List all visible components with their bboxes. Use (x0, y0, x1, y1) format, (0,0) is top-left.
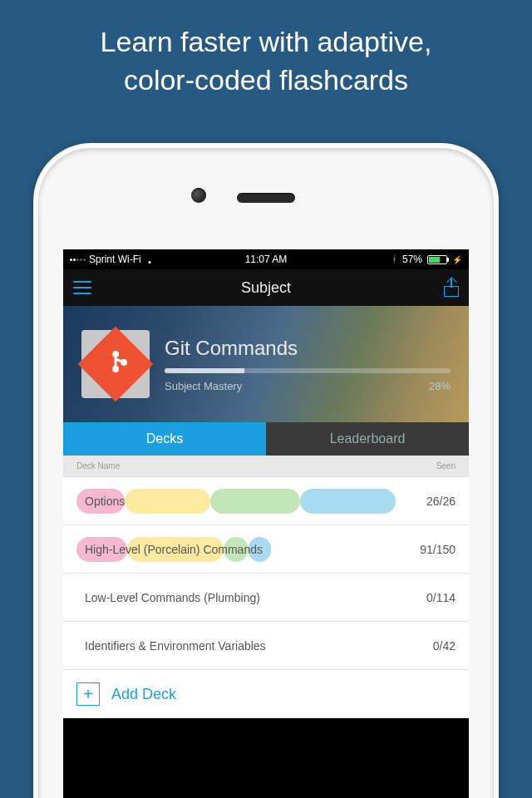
phone-bezel: Sprint Wi-Fi 11:07 AM ᚼ 57% ⚡ Subject (38, 148, 494, 798)
wifi-icon (145, 256, 155, 264)
col-header-name: Deck Name (76, 461, 120, 470)
nav-bar: Subject (63, 269, 469, 306)
subject-icon (81, 330, 150, 398)
deck-seen-count: 26/26 (406, 495, 456, 508)
deck-seen-count: 91/150 (406, 543, 456, 556)
add-deck-button[interactable]: + Add Deck (63, 670, 469, 718)
tab-leaderboard[interactable]: Leaderboard (266, 422, 469, 456)
mastery-row: Subject Mastery 28% (165, 380, 451, 392)
charging-icon: ⚡ (452, 255, 462, 264)
deck-row[interactable]: Identifiers & Environment Variables0/42 (63, 622, 469, 670)
deck-list: Options26/26High-Level (Porcelain) Comma… (63, 477, 469, 670)
deck-name: Options (76, 495, 125, 508)
add-deck-label: Add Deck (111, 686, 176, 703)
status-bar: Sprint Wi-Fi 11:07 AM ᚼ 57% ⚡ (63, 249, 469, 269)
plus-icon: + (76, 682, 100, 706)
deck-seen-count: 0/114 (406, 591, 456, 604)
deck-progress-pill: High-Level (Porcelain) Commands (76, 537, 396, 562)
deck-progress-pill: Identifiers & Environment Variables (76, 633, 396, 658)
deck-row[interactable]: Low-Level Commands (Plumbing)0/114 (63, 574, 469, 622)
nav-title: Subject (241, 279, 291, 297)
status-time: 11:07 AM (245, 254, 288, 265)
deck-progress-pill: Low-Level Commands (Plumbing) (76, 585, 396, 610)
screen: Sprint Wi-Fi 11:07 AM ᚼ 57% ⚡ Subject (63, 249, 469, 798)
menu-icon[interactable] (73, 281, 91, 294)
bluetooth-icon: ᚼ (392, 254, 397, 265)
signal-dots-icon (70, 259, 86, 261)
deck-name: Low-Level Commands (Plumbing) (76, 591, 260, 604)
tab-bar: Decks Leaderboard (63, 422, 469, 456)
col-header-seen: Seen (436, 461, 456, 470)
battery-percent: 57% (402, 254, 422, 265)
git-icon (78, 327, 154, 402)
mastery-progress-bar (165, 368, 451, 373)
deck-row[interactable]: High-Level (Porcelain) Commands91/150 (63, 525, 469, 574)
share-icon[interactable] (444, 278, 459, 297)
subject-info: Git Commands Subject Mastery 28% (165, 337, 451, 392)
deck-name: Identifiers & Environment Variables (76, 639, 266, 653)
camera-icon (191, 188, 206, 203)
status-right: ᚼ 57% ⚡ (392, 254, 462, 265)
mastery-label: Subject Mastery (165, 380, 242, 392)
subject-header: Git Commands Subject Mastery 28% (63, 306, 469, 422)
speaker-icon (237, 193, 295, 203)
battery-icon (427, 255, 447, 264)
status-left: Sprint Wi-Fi (70, 254, 155, 265)
promo-line-2: color-coded flashcards (33, 62, 499, 100)
mastery-percent: 28% (429, 380, 451, 392)
mastery-progress-fill (165, 368, 244, 373)
deck-row[interactable]: Options26/26 (63, 477, 469, 525)
promo-line-1: Learn faster with adaptive, (33, 23, 499, 62)
list-header: Deck Name Seen (63, 456, 469, 477)
deck-progress-pill: Options (76, 489, 396, 514)
tab-decks[interactable]: Decks (63, 422, 266, 456)
subject-title: Git Commands (165, 337, 451, 360)
promo-headline: Learn faster with adaptive, color-coded … (0, 0, 532, 118)
deck-name: High-Level (Porcelain) Commands (76, 543, 263, 556)
phone-frame: Sprint Wi-Fi 11:07 AM ᚼ 57% ⚡ Subject (33, 143, 499, 798)
carrier-label: Sprint Wi-Fi (89, 254, 141, 265)
deck-seen-count: 0/42 (406, 639, 456, 653)
